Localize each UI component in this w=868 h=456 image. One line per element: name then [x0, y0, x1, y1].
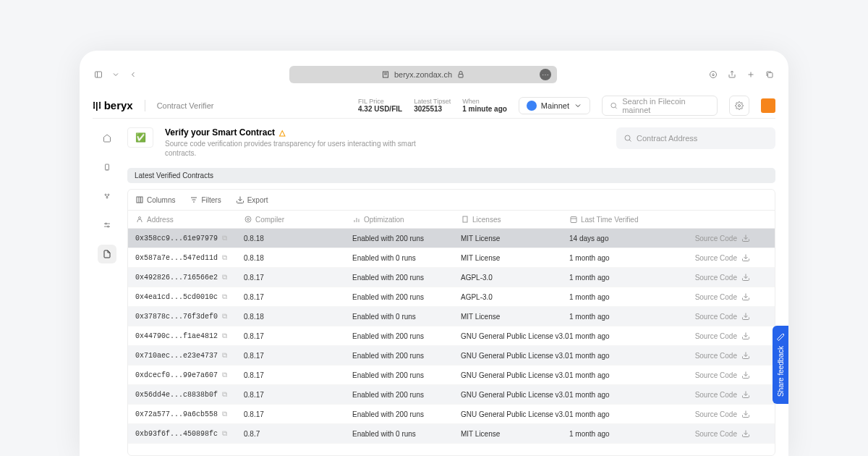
- source-code-link[interactable]: Source Code: [663, 273, 750, 282]
- svg-line-27: [629, 140, 631, 142]
- table-row[interactable]: 0x37878c...76f3def0⧉0.8.18Enabled with 0…: [128, 307, 775, 326]
- table-row[interactable]: 0x44790c...f1ae4812⧉0.8.17Enabled with 2…: [128, 326, 775, 346]
- sidebar-item-verify[interactable]: [98, 245, 116, 263]
- document-icon: [103, 250, 111, 258]
- wallet-icon[interactable]: [761, 98, 775, 113]
- cell-optimization: Enabled with 200 runs: [352, 332, 461, 340]
- source-code-link[interactable]: Source Code: [663, 234, 750, 242]
- edit-icon: [776, 333, 785, 342]
- cell-license: GNU General Public License v3.0: [461, 410, 569, 418]
- source-code-link[interactable]: Source Code: [663, 332, 750, 340]
- col-optimization[interactable]: Optimization: [352, 215, 461, 224]
- table-row[interactable]: 0x72a577...9a6cb558⧉0.8.17Enabled with 2…: [128, 405, 775, 424]
- cell-optimization: Enabled with 200 runs: [352, 235, 461, 242]
- columns-button[interactable]: Columns: [135, 195, 175, 204]
- filters-button[interactable]: Filters: [190, 195, 221, 204]
- url-bar[interactable]: beryx.zondax.ch ⋯: [289, 66, 557, 83]
- cell-time: 1 month ago: [569, 293, 663, 301]
- table-toolbar: Columns Filters Export: [128, 190, 775, 211]
- svg-rect-11: [768, 73, 773, 78]
- cell-compiler: 0.8.17: [244, 274, 352, 282]
- compiler-icon: [244, 215, 252, 224]
- download-icon: [741, 410, 750, 418]
- cell-address: 0x44790c...f1ae4812⧉: [135, 332, 244, 340]
- source-code-link[interactable]: Source Code: [663, 371, 750, 379]
- table-row[interactable]: 0x710aec...e23e4737⧉0.8.17Enabled with 2…: [128, 346, 775, 366]
- svg-line-20: [106, 195, 107, 197]
- copy-icon[interactable]: ⧉: [222, 410, 227, 418]
- cell-optimization: Enabled with 200 runs: [352, 410, 461, 418]
- download-icon: [741, 273, 750, 282]
- copy-icon[interactable]: ⧉: [222, 253, 227, 262]
- back-icon[interactable]: [127, 69, 139, 80]
- cell-compiler: 0.8.18: [244, 235, 352, 242]
- table-row[interactable]: 0xdcecf0...99e7a607⧉0.8.17Enabled with 2…: [128, 366, 775, 385]
- copy-icon[interactable]: ⧉: [222, 312, 227, 321]
- table-row[interactable]: 0xb93f6f...450898fc⧉0.8.7Enabled with 0 …: [128, 424, 775, 444]
- new-tab-icon[interactable]: [745, 69, 757, 80]
- copy-icon[interactable]: ⧉: [222, 371, 227, 379]
- logo[interactable]: ⁞|⁞beryx: [93, 99, 133, 111]
- table-row[interactable]: 0x358cc9...61e97979⧉0.8.18Enabled with 2…: [128, 229, 775, 248]
- table-row[interactable]: 0x4ea1cd...5cd0010c⧉0.8.17Enabled with 2…: [128, 287, 775, 307]
- svg-rect-41: [463, 216, 467, 222]
- source-code-link[interactable]: Source Code: [663, 312, 750, 321]
- source-code-link[interactable]: Source Code: [663, 253, 750, 262]
- app-header: ⁞|⁞beryx Contract Verifier FIL Price4.32…: [93, 93, 775, 119]
- cell-time: 1 month ago: [569, 430, 663, 438]
- col-licenses[interactable]: Licenses: [461, 215, 569, 224]
- tab-latest-verified[interactable]: Latest Verified Contracts: [127, 168, 775, 183]
- cell-license: AGPL-3.0: [461, 293, 569, 301]
- col-compiler[interactable]: Compiler: [244, 215, 352, 224]
- cell-address: 0x587a7e...547ed11d⧉: [135, 253, 244, 262]
- table-row[interactable]: 0x492826...716566e2⧉0.8.17Enabled with 2…: [128, 268, 775, 287]
- svg-point-12: [611, 103, 616, 108]
- network-selector[interactable]: Mainnet: [519, 97, 590, 114]
- copy-icon[interactable]: ⧉: [222, 292, 227, 301]
- copy-icon[interactable]: ⧉: [222, 351, 227, 360]
- sidebar-item-tools[interactable]: [98, 216, 116, 235]
- contract-address-input[interactable]: Contract Address: [616, 127, 775, 149]
- cell-license: GNU General Public License v3.0: [461, 352, 569, 360]
- col-last-verified[interactable]: Last Time Verified: [569, 215, 663, 224]
- source-code-link[interactable]: Source Code: [663, 351, 750, 360]
- copy-icon[interactable]: ⧉: [222, 273, 227, 282]
- table-row[interactable]: 0x587a7e...547ed11d⧉0.8.18Enabled with 0…: [128, 248, 775, 268]
- table-row[interactable]: 0x56dd4e...c8838b0f⧉0.8.17Enabled with 2…: [128, 385, 775, 405]
- source-code-link[interactable]: Source Code: [663, 390, 750, 399]
- warning-icon: △: [279, 128, 285, 138]
- copy-icon[interactable]: ⧉: [222, 390, 227, 399]
- verify-banner: ✅ Verify your Smart Contract△ Source cod…: [127, 119, 775, 168]
- source-code-link[interactable]: Source Code: [663, 429, 750, 438]
- global-search[interactable]: Search in Filecoin mainnet: [602, 96, 718, 116]
- export-button[interactable]: Export: [236, 195, 268, 204]
- cell-time: 1 month ago: [569, 254, 663, 262]
- cell-license: GNU General Public License v3.0: [461, 391, 569, 399]
- feedback-button[interactable]: Share feedback: [773, 326, 788, 404]
- sidebar-item-home[interactable]: [98, 129, 116, 148]
- sidebar-item-recent[interactable]: [98, 158, 116, 177]
- sidebar-toggle-icon[interactable]: [93, 69, 104, 80]
- svg-point-17: [105, 194, 106, 195]
- svg-line-13: [615, 106, 616, 108]
- tabs-icon[interactable]: [764, 69, 775, 80]
- share-icon[interactable]: [726, 69, 738, 80]
- cell-address: 0x72a577...9a6cb558⧉: [135, 410, 244, 418]
- copy-icon[interactable]: ⧉: [222, 429, 227, 438]
- download-icon[interactable]: [707, 69, 719, 80]
- download-icon: [741, 332, 750, 340]
- source-code-link[interactable]: Source Code: [663, 292, 750, 301]
- svg-rect-0: [95, 72, 102, 77]
- trophy-icon: [103, 192, 111, 200]
- source-code-link[interactable]: Source Code: [663, 410, 750, 418]
- copy-icon[interactable]: ⧉: [222, 332, 227, 340]
- settings-button[interactable]: [729, 96, 749, 116]
- filter-icon: [190, 195, 198, 204]
- chevron-down-icon[interactable]: [110, 69, 122, 80]
- col-address[interactable]: Address: [135, 215, 244, 224]
- copy-icon[interactable]: ⧉: [222, 234, 227, 242]
- cell-license: AGPL-3.0: [461, 274, 569, 282]
- sidebar-item-leaderboard[interactable]: [98, 187, 116, 206]
- more-icon[interactable]: ⋯: [540, 69, 551, 80]
- stat-price: FIL Price4.32 USD/FIL: [358, 98, 402, 113]
